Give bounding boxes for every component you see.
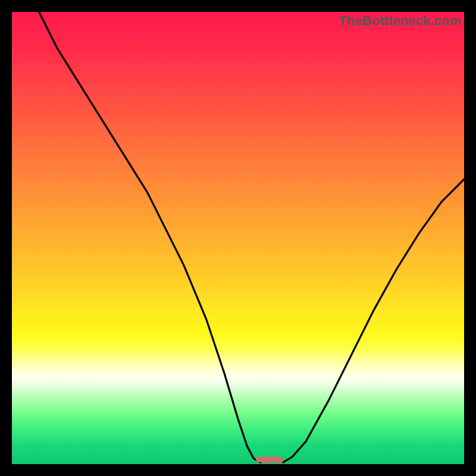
bottleneck-curve — [12, 12, 464, 464]
curve-left-branch — [39, 12, 261, 462]
chart-frame: TheBottleneck.com — [0, 0, 476, 476]
plot-area: TheBottleneck.com — [12, 12, 464, 464]
curve-right-branch — [283, 179, 464, 462]
optimum-marker — [256, 456, 283, 462]
